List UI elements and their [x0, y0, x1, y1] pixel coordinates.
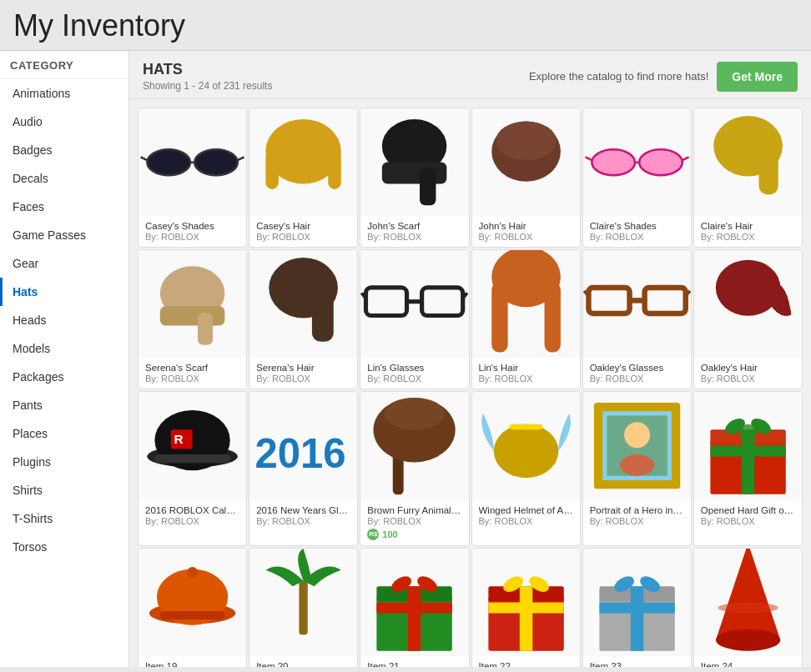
sidebar-item-animations[interactable]: Animations: [0, 79, 128, 108]
item-card[interactable]: Portrait of a Hero in R...By: ROBLOX: [582, 391, 692, 545]
item-info: Opened Hard Gift of A...By: ROBLOX: [694, 500, 802, 545]
item-card[interactable]: Casey's HairBy: ROBLOX: [249, 108, 358, 248]
item-card[interactable]: Oakley's GlassesBy: ROBLOX: [582, 249, 692, 389]
sidebar-item-faces[interactable]: Faces: [0, 193, 128, 221]
item-name: Item 20: [256, 661, 350, 667]
item-info: Item 21By: ROBLOX: [360, 656, 468, 667]
item-image: [583, 549, 691, 656]
item-image: [139, 549, 246, 656]
svg-rect-6: [266, 152, 280, 189]
svg-rect-24: [312, 288, 334, 342]
item-creator: By: ROBLOX: [701, 516, 795, 526]
svg-rect-7: [328, 152, 341, 189]
item-creator: By: ROBLOX: [479, 232, 573, 242]
sidebar-item-places[interactable]: Places: [0, 419, 128, 448]
item-image: [360, 250, 468, 358]
item-image: [472, 392, 580, 499]
item-image: [694, 549, 802, 656]
item-creator: By: ROBLOX: [367, 232, 461, 242]
item-card[interactable]: Lin's GlassesBy: ROBLOX: [360, 249, 469, 389]
svg-line-4: [238, 157, 244, 160]
sidebar-item-audio[interactable]: Audio: [0, 108, 128, 136]
svg-rect-81: [630, 586, 643, 651]
item-name: Lin's Hair: [479, 363, 573, 373]
sidebar-item-shirts[interactable]: Shirts: [0, 476, 128, 504]
item-image: [472, 549, 580, 656]
item-image: [249, 549, 357, 656]
item-image: 2016: [249, 392, 357, 499]
item-card[interactable]: Opened Hard Gift of A...By: ROBLOX: [693, 391, 803, 545]
svg-rect-64: [160, 610, 224, 619]
item-creator: By: ROBLOX: [701, 374, 795, 384]
item-card[interactable]: Casey's ShadesBy: ROBLOX: [138, 108, 247, 248]
item-name: Item 19: [145, 661, 239, 667]
svg-rect-22: [198, 313, 213, 345]
sidebar-item-packages[interactable]: Packages: [0, 363, 128, 391]
svg-rect-25: [366, 288, 407, 316]
sidebar-item-heads[interactable]: Heads: [0, 306, 128, 334]
sidebar-item-plugins[interactable]: Plugins: [0, 448, 128, 476]
sidebar-item-torsos[interactable]: Torsos: [0, 533, 128, 561]
item-card[interactable]: 2016 2016 New Years Glass...By: ROBLOX: [249, 391, 358, 545]
item-info: Oakley's GlassesBy: ROBLOX: [583, 358, 691, 389]
content-area: HATS Showing 1 - 24 of 231 results Explo…: [129, 51, 811, 667]
sidebar-item-badges[interactable]: Badges: [0, 136, 128, 164]
sidebar-item-pants[interactable]: Pants: [0, 391, 128, 419]
item-creator: By: ROBLOX: [256, 516, 350, 526]
item-image: [472, 108, 580, 216]
item-info: 2016 ROBLOX Calend...By: ROBLOX: [139, 500, 246, 545]
svg-line-3: [141, 157, 148, 160]
item-card[interactable]: R 2016 ROBLOX Calend...By: ROBLOX: [138, 391, 247, 545]
item-info: Lin's GlassesBy: ROBLOX: [360, 358, 468, 389]
svg-marker-85: [716, 549, 781, 640]
item-card[interactable]: Item 21By: ROBLOX: [360, 548, 469, 667]
item-card[interactable]: Serena's HairBy: ROBLOX: [249, 249, 358, 389]
svg-point-86: [716, 629, 781, 650]
item-card[interactable]: Claire's HairBy: ROBLOX: [693, 108, 803, 248]
svg-rect-26: [422, 288, 463, 316]
svg-text:2016: 2016: [255, 431, 346, 476]
sidebar-item-gear[interactable]: Gear: [0, 249, 128, 278]
item-name: Serena's Hair: [256, 363, 350, 373]
item-card[interactable]: Winged Helmet of Ach...By: ROBLOX: [471, 391, 581, 545]
item-card[interactable]: Item 23By: ROBLOX: [582, 548, 692, 667]
item-card[interactable]: Oakley's HairBy: ROBLOX: [693, 249, 803, 389]
item-card[interactable]: Brown Furry Animal H...By: ROBLOXR$100: [360, 391, 469, 545]
sidebar-item-game-passes[interactable]: Game Passes: [0, 221, 128, 249]
svg-rect-31: [491, 283, 507, 353]
sidebar-item-models[interactable]: Models: [0, 334, 128, 363]
item-card[interactable]: Item 22By: ROBLOX: [471, 548, 581, 667]
content-header-right: Explore the catalog to find more hats! G…: [529, 62, 798, 92]
item-info: Casey's ShadesBy: ROBLOX: [139, 216, 246, 247]
item-info: Claire's HairBy: ROBLOX: [694, 216, 802, 247]
item-card[interactable]: Lin's HairBy: ROBLOX: [471, 249, 581, 389]
item-image: [360, 392, 468, 499]
results-text: Showing 1 - 24 of 231 results: [143, 80, 272, 92]
item-name: Brown Furry Animal H...: [367, 505, 461, 515]
item-creator: By: ROBLOX: [367, 516, 461, 526]
item-info: Winged Helmet of Ach...By: ROBLOX: [472, 500, 580, 545]
item-name: Item 24: [701, 661, 795, 667]
item-creator: By: ROBLOX: [590, 374, 684, 384]
svg-rect-69: [408, 586, 421, 651]
sidebar-item-t-shirts[interactable]: T-Shirts: [0, 504, 128, 533]
svg-rect-76: [488, 602, 563, 613]
item-card[interactable]: Item 19By: ROBLOX: [138, 548, 247, 667]
item-name: Serena's Scarf: [145, 363, 239, 373]
item-card[interactable]: Serena's ScarfBy: ROBLOX: [138, 249, 247, 389]
sidebar-item-hats[interactable]: Hats: [0, 278, 128, 306]
item-name: Oakley's Glasses: [590, 363, 684, 373]
item-card[interactable]: John's HairBy: ROBLOX: [471, 108, 581, 248]
svg-line-16: [585, 157, 592, 160]
item-card[interactable]: John's ScarfBy: ROBLOX: [360, 108, 469, 248]
sidebar-item-decals[interactable]: Decals: [0, 164, 128, 193]
get-more-button[interactable]: Get More: [717, 62, 798, 92]
item-info: John's HairBy: ROBLOX: [472, 216, 580, 247]
item-card[interactable]: Item 24By: ROBLOX: [693, 548, 803, 667]
item-card[interactable]: Item 20By: ROBLOX: [249, 548, 358, 667]
item-name: Claire's Shades: [590, 221, 684, 231]
item-card[interactable]: Claire's ShadesBy: ROBLOX: [582, 108, 692, 248]
item-image: [694, 108, 802, 216]
item-creator: By: ROBLOX: [479, 374, 573, 384]
item-name: Opened Hard Gift of A...: [701, 505, 795, 515]
